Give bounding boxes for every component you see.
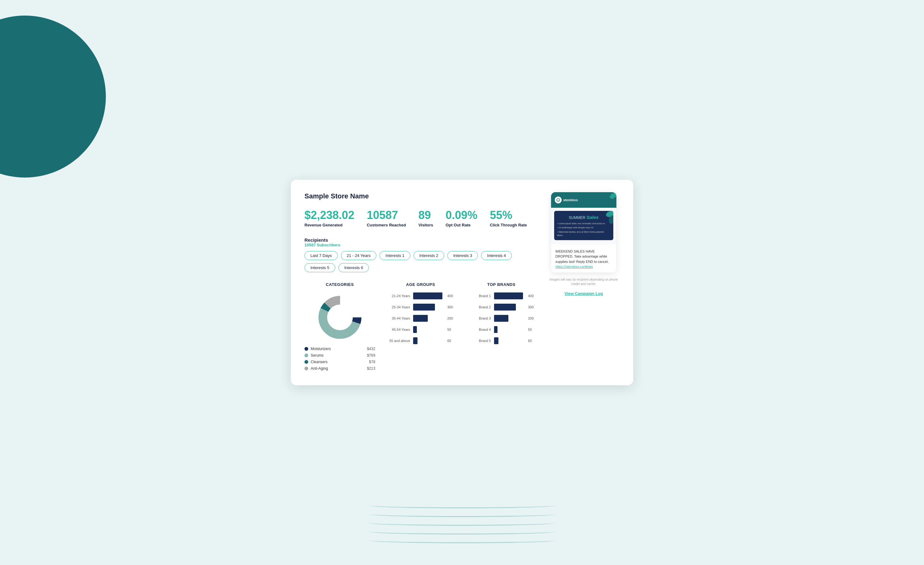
- email-bullet-3: • Maecenas lacinia, arcu at libero lectu…: [557, 230, 610, 237]
- age-bar-label-21-24: 21-24 Years: [385, 294, 410, 298]
- age-bar-track-35-44: [413, 315, 442, 322]
- header-decoration: [604, 192, 616, 208]
- left-content: Sample Store Name $2,238.02 Revenue Gene…: [304, 192, 537, 373]
- email-logo: stemless: [555, 197, 578, 203]
- view-campaign-log-link[interactable]: View Campaign Log: [564, 291, 603, 296]
- tags-row: Last 7 Days 21 - 24 Years Interests 1 In…: [304, 251, 537, 272]
- brand-bar-fill-2: [494, 304, 516, 311]
- brand-bar-label-3: Brand 3: [466, 316, 491, 320]
- bg-ripples: [369, 503, 555, 546]
- legend-dot-cleansers: [304, 360, 308, 364]
- stats-row: $2,238.02 Revenue Generated 10587 Custom…: [304, 209, 537, 227]
- brand-bar-label-2: Brand 2: [466, 305, 491, 309]
- legend-dot-moisturizers: [304, 347, 308, 351]
- logo-icon: [555, 197, 562, 203]
- stat-ctr: 55% Click Through Rate: [490, 209, 527, 227]
- legend-value-serums: $769: [367, 353, 375, 358]
- sms-text: WEEKEND SALES HAVE DROPPED. Take advanta…: [555, 249, 612, 269]
- brand-bar-val-2: 300: [528, 305, 537, 309]
- stat-opt-out-label: Opt Out Rate: [446, 223, 477, 227]
- email-preview: stemless: [551, 192, 616, 245]
- legend-label-moisturizers: Moisturizers: [311, 347, 331, 351]
- sms-link[interactable]: https://stemless.co/deals: [555, 265, 593, 269]
- tag-interests2[interactable]: Interests 2: [413, 251, 444, 260]
- brand-bar-track-1: [494, 293, 523, 299]
- legend-label-cleansers: Cleansers: [311, 360, 327, 364]
- stat-ctr-label: Click Through Rate: [490, 223, 527, 227]
- bg-circle: [0, 16, 106, 177]
- age-bar-track-21-24: [413, 293, 442, 299]
- legend-antiaging: Anti-Aging $213: [304, 366, 375, 371]
- top-brands-title: TOP BRANDS: [466, 282, 537, 287]
- tag-interests1[interactable]: Interests 1: [380, 251, 410, 260]
- brand-bar-val-5: 60: [528, 339, 537, 343]
- recipients-section: Recipients 10587 Subscribers Last 7 Days…: [304, 237, 537, 272]
- donut-container: Moisturizers $432 Serums $769: [304, 293, 375, 373]
- tag-21-24-years[interactable]: 21 - 24 Years: [341, 251, 377, 260]
- recipients-label: Recipients: [304, 237, 537, 243]
- age-bar-val-25-34: 300: [447, 305, 456, 309]
- age-bar-val-45-54: 50: [447, 328, 456, 331]
- legend-dot-serums: [304, 353, 308, 357]
- main-card: Sample Store Name $2,238.02 Revenue Gene…: [291, 180, 633, 385]
- sms-body-text: WEEKEND SALES HAVE DROPPED. Take advanta…: [555, 249, 609, 263]
- legend-cleansers: Cleansers $78: [304, 360, 375, 364]
- top-brands-chart: TOP BRANDS Brand 1 400 Brand 2: [466, 282, 537, 349]
- legend-value-antiaging: $213: [367, 366, 375, 371]
- charts-section: CATEGORIES: [304, 282, 537, 373]
- tag-interests6[interactable]: Interests 6: [338, 263, 369, 272]
- brand-bar-track-5: [494, 337, 523, 344]
- stat-revenue-value: $2,238.02: [304, 209, 354, 221]
- age-bar-fill-21-24: [413, 293, 442, 299]
- age-bar-fill-45-54: [413, 326, 417, 333]
- brand-bar-label-4: Brand 4: [466, 328, 491, 331]
- brand-bar-label-1: Brand 1: [466, 294, 491, 298]
- stat-revenue-label: Revenue Generated: [304, 223, 354, 227]
- top-brands-bars: Brand 1 400 Brand 2 300 Br: [466, 293, 537, 344]
- brand-bar-5: Brand 5 60: [466, 337, 537, 344]
- brand-bar-1: Brand 1 400: [466, 293, 537, 299]
- categories-chart-title: CATEGORIES: [304, 282, 375, 287]
- stemless-logo-icon: [556, 198, 560, 202]
- store-title: Sample Store Name: [304, 192, 537, 200]
- banner-decoration: [602, 211, 613, 225]
- donut-svg: [315, 293, 365, 342]
- brand-bar-track-3: [494, 315, 523, 322]
- stat-visitors-value: 89: [418, 209, 433, 221]
- tag-interests3[interactable]: Interests 3: [447, 251, 478, 260]
- stat-visitors-label: Visitors: [418, 223, 433, 227]
- age-bar-track-45-54: [413, 326, 442, 333]
- age-bar-val-55plus: 60: [447, 339, 456, 343]
- sms-preview: WEEKEND SALES HAVE DROPPED. Take advanta…: [551, 245, 616, 272]
- legend-value-moisturizers: $432: [367, 347, 375, 351]
- brand-bar-fill-5: [494, 337, 498, 344]
- legend-label-antiaging: Anti-Aging: [311, 366, 328, 371]
- legend-value-cleansers: $78: [369, 360, 375, 364]
- tag-interests4[interactable]: Interests 4: [481, 251, 512, 260]
- age-bar-track-55plus: [413, 337, 442, 344]
- age-bar-fill-55plus: [413, 337, 417, 344]
- email-body: SUMMER Sales • Lorem ipsum dolor, nec ve…: [551, 208, 616, 245]
- stat-revenue: $2,238.02 Revenue Generated: [304, 209, 354, 227]
- age-bar-21-24: 21-24 Years 400: [385, 293, 456, 299]
- age-bar-label-35-44: 35-44 Years: [385, 316, 410, 320]
- tag-last7days[interactable]: Last 7 Days: [304, 251, 338, 260]
- legend-moisturizers: Moisturizers $432: [304, 347, 375, 351]
- age-bar-label-25-34: 25-34 Years: [385, 305, 410, 309]
- brand-bar-val-1: 400: [528, 294, 537, 298]
- age-bar-val-21-24: 400: [447, 294, 456, 298]
- logo-text: stemless: [563, 198, 578, 202]
- age-bar-fill-25-34: [413, 304, 435, 311]
- right-panel: stemless: [548, 192, 620, 373]
- age-bar-35-44: 35-44 Years 200: [385, 315, 456, 322]
- image-note: Images will vary by recipient depending …: [548, 278, 620, 286]
- brand-bar-3: Brand 3 200: [466, 315, 537, 322]
- age-bar-label-55plus: 55 and above: [385, 339, 410, 343]
- brand-bar-2: Brand 2 300: [466, 304, 537, 311]
- tag-interests5[interactable]: Interests 5: [304, 263, 335, 272]
- age-bar-fill-35-44: [413, 315, 428, 322]
- brand-bar-val-4: 50: [528, 328, 537, 331]
- phone-preview-card: stemless: [551, 192, 616, 272]
- brand-bar-val-3: 200: [528, 316, 537, 320]
- brand-bar-fill-4: [494, 326, 498, 333]
